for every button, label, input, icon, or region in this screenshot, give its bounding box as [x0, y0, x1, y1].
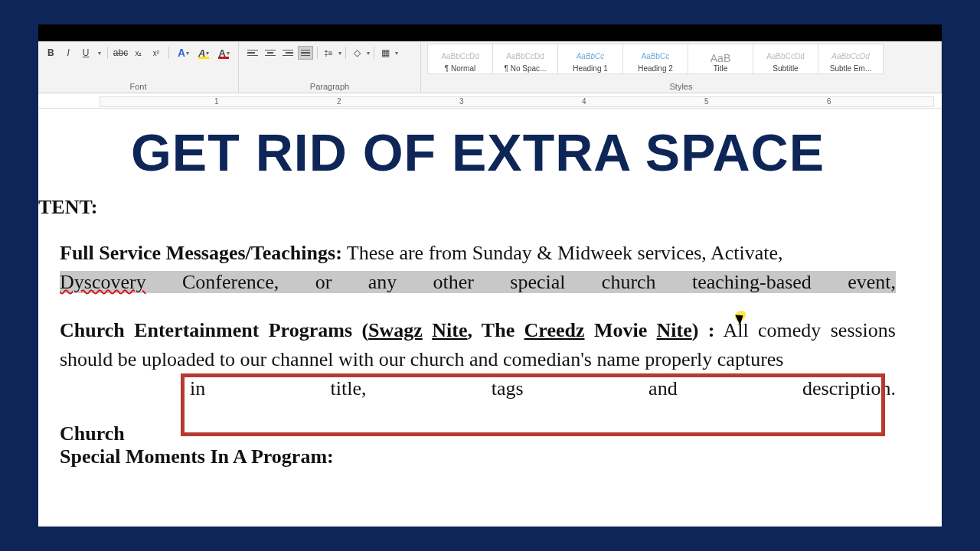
ribbon-group-paragraph: ‡≡▾ ◇▾ ▦▾ Paragraph	[239, 41, 421, 93]
heading-tent: TENT:	[38, 196, 896, 219]
bold-button[interactable]: B	[44, 46, 57, 60]
p2-bold-b: ) :	[692, 319, 715, 341]
heading-church: Church	[60, 422, 896, 445]
align-center-button[interactable]	[263, 46, 278, 60]
shading-button[interactable]: ◇	[350, 46, 364, 60]
line-spacing-button[interactable]: ‡≡	[322, 46, 335, 60]
ribbon: B I U ▾ abc x₂ x² A ▾ A ▾ A	[38, 41, 942, 93]
p1-bold: Full Service Messages/Teachings:	[60, 242, 342, 264]
ruler[interactable]: 1 2 3 4 5 6	[38, 93, 942, 109]
styles-gallery: AaBbCcDd¶ Normal AaBbCcDd¶ No Spac... Aa…	[427, 44, 935, 74]
p1-misspelled: Dyscovery	[60, 271, 146, 293]
style-subtitle[interactable]: AaBbCcDdSubtitle	[753, 44, 818, 74]
paragraph-2[interactable]: Church Entertainment Programs (Swagz Nit…	[60, 316, 896, 403]
borders-button[interactable]: ▦	[378, 46, 392, 60]
p1-text-a: These are from Sunday & Midweek services…	[342, 242, 783, 264]
heading-special-moments: Special Moments In A Program:	[60, 445, 896, 468]
p1-selected-rest: Conference, or any other special church …	[146, 271, 896, 293]
underline-button[interactable]: U	[80, 46, 93, 60]
superscript-button[interactable]: x²	[149, 46, 162, 60]
style-heading1[interactable]: AaBbCcHeading 1	[557, 44, 623, 74]
overlay-title: GET RID OF EXTRA SPACE	[60, 122, 896, 182]
highlight-button[interactable]: A ▾	[196, 46, 212, 60]
style-heading2[interactable]: AaBbCcHeading 2	[622, 44, 688, 74]
font-group-label: Font	[44, 80, 232, 91]
styles-group-label: Styles	[427, 80, 935, 91]
style-title[interactable]: AaBTitle	[688, 44, 753, 74]
style-no-spacing[interactable]: AaBbCcDd¶ No Spac...	[492, 44, 558, 74]
style-normal[interactable]: AaBbCcDd¶ Normal	[427, 44, 493, 74]
titlebar-blackstrip	[38, 24, 942, 41]
paragraph-group-label: Paragraph	[245, 80, 414, 91]
italic-button[interactable]: I	[62, 46, 75, 60]
style-subtle-emphasis[interactable]: AaBbCcDdSubtle Em...	[818, 44, 884, 74]
paragraph-1[interactable]: Full Service Messages/Teachings: These a…	[60, 239, 896, 296]
ribbon-group-styles: AaBbCcDd¶ Normal AaBbCcDd¶ No Spac... Aa…	[421, 41, 942, 93]
subscript-button[interactable]: x₂	[132, 46, 145, 60]
strikethrough-button[interactable]: abc	[114, 46, 128, 60]
word-window: B I U ▾ abc x₂ x² A ▾ A ▾ A	[38, 24, 942, 527]
align-justify-button[interactable]	[298, 46, 313, 60]
align-right-button[interactable]	[280, 46, 296, 60]
underline-dropdown[interactable]: ▾	[98, 50, 101, 57]
font-color-button[interactable]: A ▾	[216, 46, 232, 60]
ribbon-group-font: B I U ▾ abc x₂ x² A ▾ A ▾ A	[38, 41, 239, 93]
align-left-button[interactable]	[245, 46, 260, 60]
document-page[interactable]: GET RID OF EXTRA SPACE TENT: Full Servic…	[38, 109, 942, 468]
p2-bold-a: Church Entertainment Programs (	[60, 319, 368, 341]
text-effects-button[interactable]: A ▾	[175, 46, 191, 60]
